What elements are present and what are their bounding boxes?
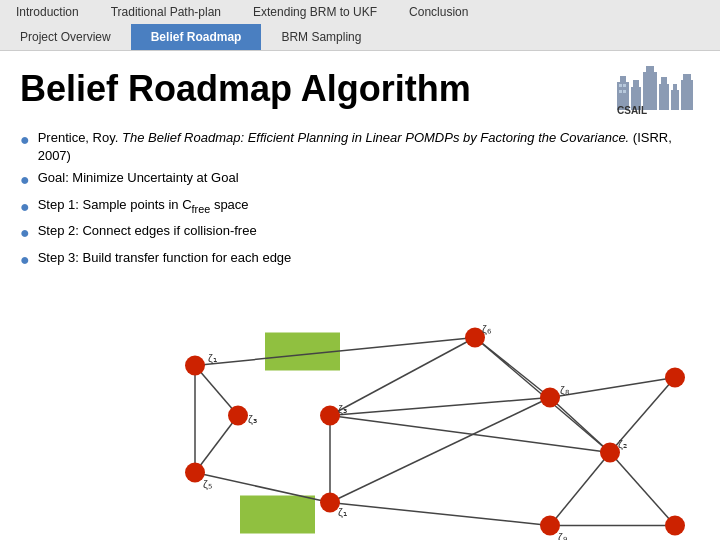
- label-zeta5: ζ₅: [203, 477, 212, 489]
- bullet-icon-3: ●: [20, 196, 30, 218]
- node-zeta3b: [320, 405, 340, 425]
- nav-conclusion[interactable]: Conclusion: [393, 0, 484, 24]
- svg-rect-15: [623, 90, 626, 93]
- nav-extending[interactable]: Extending BRM to UKF: [237, 0, 393, 24]
- svg-rect-8: [671, 90, 679, 110]
- node-zeta1: [185, 355, 205, 375]
- nav-brm-sampling[interactable]: BRM Sampling: [261, 24, 381, 50]
- svg-rect-14: [619, 90, 622, 93]
- label-zeta6: ζ₆: [482, 322, 492, 334]
- edge-3b-2: [330, 415, 610, 452]
- bullet-1: ● Prentice, Roy. The Belief Roadmap: Eff…: [20, 129, 700, 165]
- bullet-text-2: Goal: Minimize Uncertainty at Goal: [38, 169, 239, 187]
- svg-rect-3: [633, 80, 639, 89]
- nav-row2: Project Overview Belief Roadmap BRM Samp…: [0, 24, 720, 50]
- node-zeta1b: [320, 492, 340, 512]
- graph-svg: ζ₁ ζ₃ ζ₅ ζ₁ ζ₃ ζ₆ ζ₈ ζ₂ ζ₉: [20, 275, 700, 540]
- bullet-5: ● Step 3: Build transfer function for ea…: [20, 249, 700, 271]
- page-header: Belief Roadmap Algorithm: [0, 51, 720, 123]
- bullet-icon-5: ●: [20, 249, 30, 271]
- svg-rect-13: [623, 84, 626, 87]
- label-zeta8: ζ₈: [560, 383, 570, 395]
- svg-text:CSAIL: CSAIL: [617, 105, 647, 116]
- nav-introduction[interactable]: Introduction: [0, 0, 95, 24]
- svg-rect-1: [620, 76, 626, 84]
- edge-1b-9: [330, 502, 550, 525]
- top-nav: Introduction Traditional Path-plan Exten…: [0, 0, 720, 51]
- bullet-4: ● Step 2: Connect edges if collision-fre…: [20, 222, 700, 244]
- svg-rect-7: [661, 77, 667, 86]
- content-area: ● Prentice, Roy. The Belief Roadmap: Eff…: [0, 123, 720, 271]
- node-top-right: [665, 367, 685, 387]
- svg-rect-12: [619, 84, 622, 87]
- svg-rect-5: [646, 66, 654, 74]
- label-zeta3b: ζ₃: [338, 402, 347, 414]
- bullet-text-3: Step 1: Sample points in Cfree space: [38, 196, 249, 217]
- node-zeta3: [228, 405, 248, 425]
- nav-row1: Introduction Traditional Path-plan Exten…: [0, 0, 720, 24]
- obstacle-bottom: [240, 495, 315, 533]
- label-zeta2: ζ₂: [618, 437, 627, 449]
- nav-belief-roadmap[interactable]: Belief Roadmap: [131, 24, 262, 50]
- label-zeta1b: ζ₁: [338, 505, 347, 517]
- node-zeta2: [600, 442, 620, 462]
- label-zeta3: ζ₃: [248, 412, 257, 424]
- csail-logo-svg: CSAIL: [615, 62, 695, 117]
- csail-logo-area: CSAIL: [610, 59, 700, 119]
- svg-rect-9: [673, 84, 677, 92]
- node-zeta8: [540, 387, 560, 407]
- bullet-icon-1: ●: [20, 129, 30, 151]
- node-zeta5: [185, 462, 205, 482]
- node-bottom-right: [665, 515, 685, 535]
- svg-rect-11: [683, 74, 691, 82]
- nav-traditional[interactable]: Traditional Path-plan: [95, 0, 237, 24]
- bullet-text-1: Prentice, Roy. The Belief Roadmap: Effic…: [38, 129, 700, 165]
- bullet-icon-4: ●: [20, 222, 30, 244]
- edge-2-9: [550, 452, 610, 525]
- page-title: Belief Roadmap Algorithm: [20, 68, 610, 110]
- nav-project-overview[interactable]: Project Overview: [0, 24, 131, 50]
- bullet-icon-2: ●: [20, 169, 30, 191]
- label-zeta9: ζ₉: [558, 530, 567, 540]
- edge-2-br: [610, 452, 675, 525]
- node-zeta9: [540, 515, 560, 535]
- label-zeta1: ζ₁: [208, 351, 217, 363]
- bullet-3: ● Step 1: Sample points in Cfree space: [20, 196, 700, 218]
- bullet-text-4: Step 2: Connect edges if collision-free: [38, 222, 257, 240]
- bullet-text-5: Step 3: Build transfer function for each…: [38, 249, 292, 267]
- graph-area: ζ₁ ζ₃ ζ₅ ζ₁ ζ₃ ζ₆ ζ₈ ζ₂ ζ₉: [20, 275, 700, 540]
- svg-rect-10: [681, 80, 693, 110]
- svg-rect-6: [659, 84, 669, 110]
- edge-3-5: [195, 415, 238, 472]
- bullet-2: ● Goal: Minimize Uncertainty at Goal: [20, 169, 700, 191]
